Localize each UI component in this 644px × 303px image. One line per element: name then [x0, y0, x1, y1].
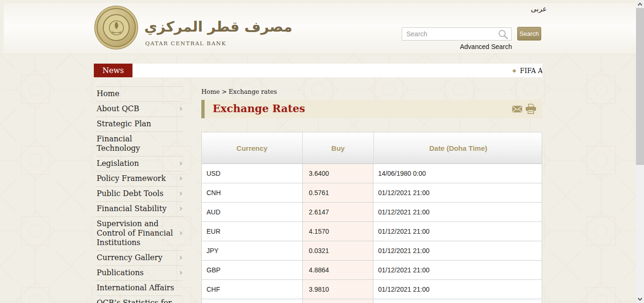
scroll-down-icon: [637, 297, 643, 301]
cell-date: [373, 299, 543, 303]
sidebar-item-label: Publications: [97, 268, 144, 277]
column-header-date: Date (Doha Time): [373, 132, 543, 164]
table-row-cnh: CNH 0.5761 01/12/2021 21:00: [201, 183, 542, 203]
sidebar-item-supervision[interactable]: Supervision and Control of Financial Ins…: [96, 217, 183, 251]
sidebar-item-label: Supervision and Control of Financial Ins…: [97, 219, 173, 247]
table-row-gbp: GBP 4.8864 01/12/2021 21:00: [201, 261, 542, 280]
page-title-bar: Exchange Rates: [201, 100, 542, 118]
news-ticker-text: FIFA A: [520, 67, 542, 74]
breadcrumb-current: Exchange rates: [229, 88, 277, 95]
sidebar-item-home[interactable]: Home: [96, 87, 183, 102]
cell-buy: 3.6400: [302, 164, 373, 183]
table-row-partial: [201, 299, 542, 303]
sidebar-item-label: About QCB: [97, 104, 139, 113]
sidebar-item-international-affairs[interactable]: International Affairs: [96, 281, 183, 296]
table-header-row: Currency Buy Date (Doha Time): [201, 132, 542, 164]
cell-date: 01/12/2021 21:00: [373, 241, 543, 260]
cell-currency: CHF: [202, 280, 302, 299]
cell-buy: 3.9810: [302, 280, 373, 299]
table-row-eur: EUR 4.1570 01/12/2021 21:00: [201, 222, 542, 241]
qcb-logo-seal[interactable]: [94, 6, 138, 49]
logo-arabic-calligraphy: مصرف قطر المركزي: [144, 14, 234, 40]
cell-buy: [302, 299, 373, 303]
chevron-right-icon: ›: [179, 204, 182, 213]
cell-buy: 2.6147: [302, 203, 373, 221]
sidebar-item-financial-stability[interactable]: Financial Stability ›: [96, 202, 183, 217]
news-bar-label: News: [94, 64, 132, 77]
cell-currency: GBP: [202, 261, 302, 279]
column-header-buy: Buy: [302, 132, 373, 164]
sidebar-item-label: Policy Framework: [97, 174, 166, 183]
vertical-scrollbar[interactable]: [636, 0, 644, 303]
cell-currency: [202, 299, 302, 303]
exchange-rates-table: Currency Buy Date (Doha Time) USD 3.6400…: [201, 132, 542, 303]
chevron-right-icon: ›: [179, 104, 182, 114]
cell-date: 14/06/1980 0:00: [373, 164, 543, 183]
cell-date: 01/12/2021 21:00: [373, 183, 543, 202]
cell-buy: 4.1570: [302, 222, 373, 241]
table-row-jpy: JPY 0.0321 01/12/2021 21:00: [201, 241, 542, 261]
scroll-up-icon: [637, 2, 643, 6]
sidebar-item-policy-framework[interactable]: Policy Framework ›: [96, 172, 183, 187]
title-accent-bar: [201, 100, 205, 118]
sidebar-item-qcb-statistics[interactable]: QCB’s Statistics for Data Dissemination …: [96, 296, 183, 303]
advanced-search-link[interactable]: Advanced Search: [458, 43, 512, 50]
sidebar-item-label: Home: [97, 89, 119, 98]
chevron-right-icon: ›: [179, 158, 182, 168]
sidebar-item-label: Public Debt Tools: [97, 189, 164, 198]
sidebar-item-legislation[interactable]: Legislation ›: [96, 156, 183, 172]
sidebar-nav: Home About QCB › Strategic Plan Financia…: [96, 86, 183, 303]
scroll-up-button[interactable]: [636, 0, 644, 8]
cell-date: 01/12/2021 21:00: [373, 280, 543, 299]
sidebar-item-strategic-plan[interactable]: Strategic Plan: [96, 117, 183, 132]
cell-date: 01/12/2021 21:00: [373, 203, 543, 221]
chevron-right-icon: ›: [179, 253, 182, 262]
cell-currency: JPY: [202, 241, 302, 260]
news-ticker-item[interactable]: ◆FIFA A: [512, 64, 542, 77]
table-row-usd: USD 3.6400 14/06/1980 0:00: [201, 164, 542, 183]
chevron-right-icon: ›: [179, 173, 182, 183]
cell-currency: AUD: [202, 203, 302, 221]
search-icon: [498, 29, 508, 40]
cell-buy: 4.8864: [302, 261, 373, 279]
sidebar-item-currency-gallery[interactable]: Currency Gallery ›: [96, 251, 183, 266]
search-button[interactable]: Search: [517, 27, 541, 41]
sidebar-item-label: Financial Stability: [97, 204, 166, 213]
sidebar-item-about-qcb[interactable]: About QCB ›: [96, 102, 183, 117]
site-header: مصرف قطر المركزي QATAR CENTRAL BANK عربى…: [4, 3, 636, 54]
cell-date: 01/12/2021 21:00: [373, 222, 543, 241]
diamond-bullet-icon: ◆: [512, 68, 516, 73]
print-icon[interactable]: [525, 104, 537, 114]
chevron-right-icon: ›: [179, 268, 182, 278]
cell-currency: USD: [202, 164, 302, 183]
browser-viewport: مصرف قطر المركزي QATAR CENTRAL BANK عربى…: [0, 0, 644, 303]
breadcrumb: Home>Exchange rates: [201, 88, 277, 95]
scrollbar-thumb[interactable]: [636, 8, 644, 165]
chevron-right-icon: ›: [179, 188, 182, 198]
email-icon[interactable]: [512, 106, 522, 113]
logo-bank-name: QATAR CENTRAL BANK: [145, 40, 226, 47]
sidebar-item-label: International Affairs: [97, 283, 174, 292]
chevron-right-icon: ›: [179, 228, 182, 238]
sidebar-item-public-debt-tools[interactable]: Public Debt Tools ›: [96, 187, 183, 202]
breadcrumb-separator: >: [222, 88, 227, 95]
sidebar-item-label: QCB’s Statistics for Data Dissemination …: [97, 298, 172, 303]
page-title: Exchange Rates: [213, 102, 305, 115]
cell-buy: 0.0321: [302, 241, 373, 260]
search-input[interactable]: [402, 27, 512, 41]
cell-currency: CNH: [202, 183, 302, 202]
qcb-logo-emblem: [103, 14, 130, 41]
language-switch-link[interactable]: عربى: [526, 5, 547, 13]
sidebar-item-financial-technology[interactable]: Financial Technology: [96, 132, 183, 156]
cell-date: 01/12/2021 21:00: [373, 261, 543, 279]
breadcrumb-home-link[interactable]: Home: [201, 88, 220, 95]
sidebar-item-label: Legislation: [97, 159, 139, 168]
cell-currency: EUR: [202, 222, 302, 241]
scroll-down-button[interactable]: [636, 295, 644, 303]
sidebar-item-label: Currency Gallery: [97, 253, 162, 262]
sidebar-item-publications[interactable]: Publications ›: [96, 266, 183, 281]
sidebar-item-label: Strategic Plan: [97, 119, 151, 128]
column-header-currency: Currency: [202, 132, 302, 164]
table-row-chf: CHF 3.9810 01/12/2021 21:00: [201, 280, 542, 299]
news-ticker: ◆FIFA A: [132, 64, 542, 77]
